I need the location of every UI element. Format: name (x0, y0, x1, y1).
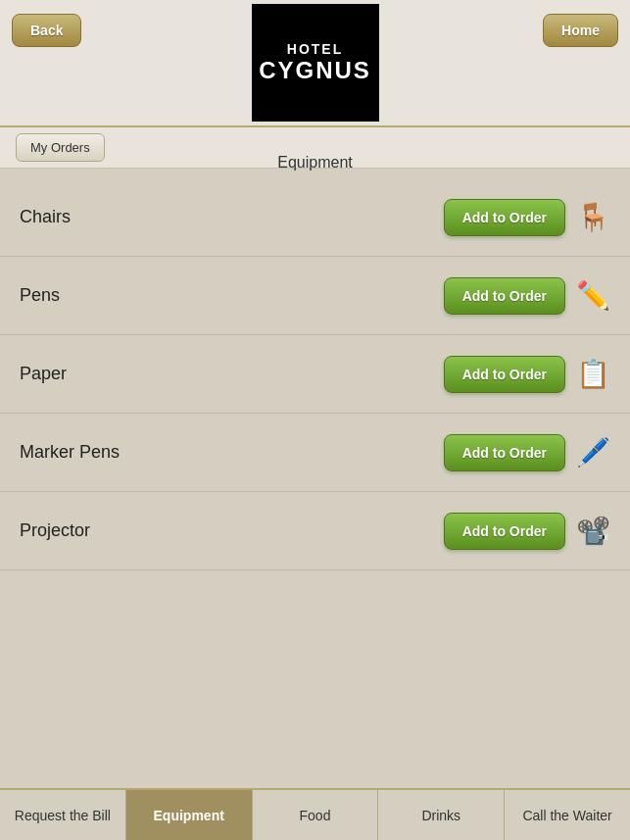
sub-header: My Orders Equipment (0, 127, 630, 169)
tab-drinks[interactable]: Drinks (378, 790, 505, 840)
tab-request-bill[interactable]: Request the Bill (0, 790, 126, 840)
my-orders-button[interactable]: My Orders (16, 133, 105, 162)
header: Back HOTEL CYGNUS Home (0, 0, 630, 127)
item-actions-pens: Add to Order✏️ (444, 277, 610, 315)
item-row-marker-pens: Marker PensAdd to Order🖊️ (0, 414, 630, 492)
item-icon-chairs: 🪑 (575, 201, 610, 233)
item-row-projector: ProjectorAdd to Order📽️ (0, 492, 630, 570)
hotel-name-line2: CYGNUS (259, 57, 371, 84)
item-name-projector: Projector (20, 520, 90, 541)
add-to-order-button-chairs[interactable]: Add to Order (444, 199, 565, 236)
item-name-marker-pens: Marker Pens (20, 442, 120, 463)
item-icon-pens: ✏️ (575, 279, 610, 312)
content-area: ChairsAdd to Order🪑PensAdd to Order✏️Pap… (0, 169, 630, 788)
page-title: Equipment (277, 142, 353, 183)
tab-call-waiter[interactable]: Call the Waiter (505, 790, 630, 840)
item-icon-paper: 📋 (575, 358, 610, 390)
item-row-chairs: ChairsAdd to Order🪑 (0, 178, 630, 257)
tab-food[interactable]: Food (253, 790, 379, 840)
hotel-logo: HOTEL CYGNUS (252, 4, 379, 122)
item-row-pens: PensAdd to Order✏️ (0, 257, 630, 335)
item-actions-marker-pens: Add to Order🖊️ (444, 434, 610, 471)
add-to-order-button-projector[interactable]: Add to Order (444, 513, 565, 550)
item-name-paper: Paper (20, 364, 67, 384)
home-button[interactable]: Home (543, 14, 618, 47)
item-actions-paper: Add to Order📋 (444, 356, 610, 393)
back-button[interactable]: Back (12, 14, 81, 47)
item-actions-projector: Add to Order📽️ (444, 513, 610, 550)
hotel-name-line1: HOTEL (287, 41, 343, 57)
item-icon-projector: 📽️ (575, 515, 610, 547)
item-row-paper: PaperAdd to Order📋 (0, 335, 630, 414)
item-name-pens: Pens (20, 285, 60, 306)
item-name-chairs: Chairs (20, 207, 71, 227)
add-to-order-button-marker-pens[interactable]: Add to Order (444, 434, 565, 471)
tab-equipment[interactable]: Equipment (126, 790, 253, 840)
item-icon-marker-pens: 🖊️ (575, 436, 610, 469)
add-to-order-button-paper[interactable]: Add to Order (444, 356, 565, 393)
add-to-order-button-pens[interactable]: Add to Order (444, 277, 565, 315)
tab-bar: Request the BillEquipmentFoodDrinksCall … (0, 788, 630, 840)
item-actions-chairs: Add to Order🪑 (444, 199, 610, 236)
